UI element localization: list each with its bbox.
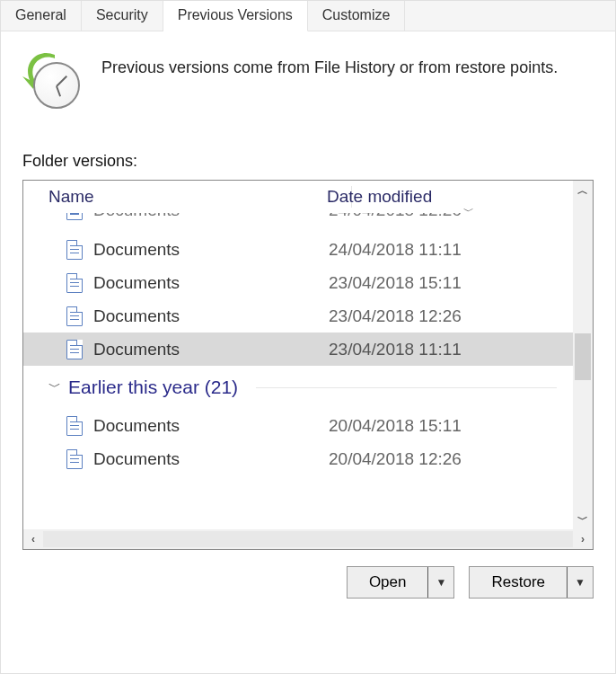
column-name-header[interactable]: Name: [23, 187, 327, 207]
item-date: 23/04/2018 12:26: [327, 306, 573, 326]
folder-versions-label: Folder versions:: [22, 152, 594, 171]
list-item[interactable]: Documents 24/04/2018 12:26: [23, 213, 573, 233]
item-date: 23/04/2018 15:11: [327, 273, 573, 293]
list-item[interactable]: Documents 20/04/2018 15:11: [23, 409, 573, 442]
item-date: 20/04/2018 12:26: [327, 449, 573, 469]
scroll-left-icon[interactable]: ‹: [23, 529, 43, 549]
list-item[interactable]: Documents 23/04/2018 11:11: [23, 333, 573, 366]
tab-previous-versions[interactable]: Previous Versions: [163, 1, 308, 31]
item-name: Documents: [93, 240, 180, 260]
open-button-dropdown[interactable]: ▼: [428, 567, 453, 598]
tab-general[interactable]: General: [1, 1, 82, 31]
scroll-down-icon[interactable]: ﹀: [573, 510, 593, 529]
history-clock-icon: [22, 51, 80, 109]
tab-bar: General Security Previous Versions Custo…: [1, 1, 615, 31]
list-item[interactable]: Documents 24/04/2018 11:11: [23, 233, 573, 266]
action-buttons: Open ▼ Restore ▼: [22, 566, 594, 599]
tab-content: Previous versions come from File History…: [1, 31, 615, 599]
document-icon: [66, 340, 83, 359]
item-name: Documents: [93, 273, 180, 293]
document-icon: [66, 416, 83, 436]
restore-button[interactable]: Restore ▼: [469, 566, 594, 599]
item-date: 24/04/2018 12:26: [327, 213, 573, 220]
document-icon: [66, 240, 83, 260]
open-button-main[interactable]: Open: [348, 567, 429, 598]
document-icon: [66, 213, 83, 220]
item-name: Documents: [93, 340, 180, 359]
restore-button-main[interactable]: Restore: [470, 567, 568, 598]
versions-list: ﹀ Name Date modified Documents 24/04/201…: [22, 180, 594, 550]
document-icon: [66, 306, 83, 326]
open-button[interactable]: Open ▼: [347, 566, 455, 599]
vertical-scrollbar[interactable]: ︿ ﹀: [573, 181, 593, 529]
column-date-header[interactable]: Date modified: [327, 187, 593, 207]
item-name: Documents: [93, 213, 180, 220]
properties-panel: General Security Previous Versions Custo…: [0, 0, 616, 674]
list-item[interactable]: Documents 23/04/2018 12:26: [23, 299, 573, 333]
item-date: 23/04/2018 11:11: [327, 340, 573, 359]
list-item[interactable]: Documents 23/04/2018 15:11: [23, 266, 573, 299]
scroll-thumb[interactable]: [575, 333, 591, 380]
group-rule: [256, 387, 557, 388]
group-label: Earlier this year (21): [68, 377, 238, 398]
tab-security[interactable]: Security: [82, 1, 163, 31]
item-date: 24/04/2018 11:11: [327, 240, 573, 260]
scroll-track[interactable]: [43, 531, 573, 547]
list-body: Documents 24/04/2018 12:26 Documents 24/…: [23, 213, 593, 549]
item-name: Documents: [93, 306, 180, 326]
scroll-up-icon[interactable]: ︿: [573, 181, 593, 200]
horizontal-scrollbar[interactable]: ‹ ›: [23, 529, 593, 549]
item-date: 20/04/2018 15:11: [327, 416, 573, 436]
chevron-down-icon: ﹀: [48, 379, 61, 395]
list-header: Name Date modified: [23, 181, 593, 213]
scroll-right-icon[interactable]: ›: [573, 529, 593, 549]
document-icon: [66, 449, 83, 469]
list-item[interactable]: Documents 20/04/2018 12:26: [23, 442, 573, 475]
item-name: Documents: [93, 449, 180, 469]
group-header[interactable]: ﹀ Earlier this year (21): [23, 366, 573, 409]
info-row: Previous versions come from File History…: [22, 51, 594, 109]
info-text: Previous versions come from File History…: [101, 51, 558, 78]
document-icon: [66, 273, 83, 293]
tab-customize[interactable]: Customize: [308, 1, 406, 31]
restore-button-dropdown[interactable]: ▼: [568, 567, 593, 598]
item-name: Documents: [93, 416, 180, 436]
